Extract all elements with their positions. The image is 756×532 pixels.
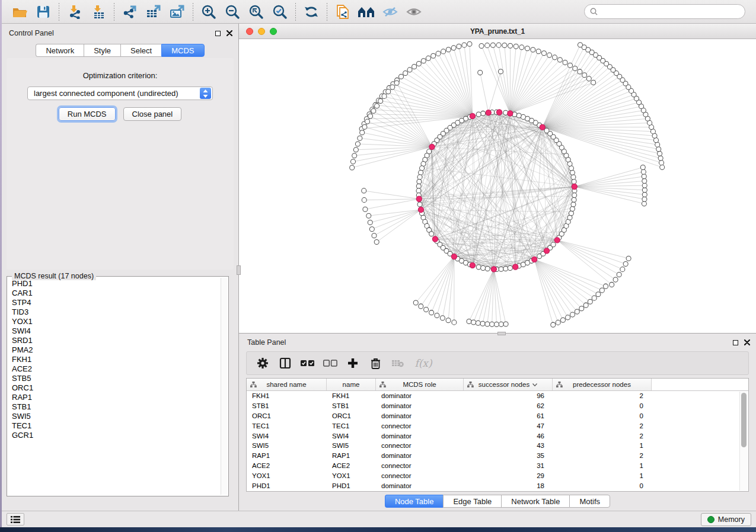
tab-network[interactable]: Network xyxy=(36,44,84,57)
cell-MCDS-role[interactable]: connector xyxy=(376,442,464,449)
open-file-button[interactable] xyxy=(8,2,31,22)
cell-shared-name[interactable]: SWI4 xyxy=(247,432,327,440)
cell-successor-nodes[interactable]: 31 xyxy=(464,462,553,469)
tab-mcds[interactable]: MCDS xyxy=(161,44,204,57)
cell-MCDS-role[interactable]: dominator xyxy=(376,452,464,459)
export-image-button[interactable] xyxy=(165,2,189,22)
network-graph[interactable] xyxy=(239,39,756,336)
search-box[interactable] xyxy=(584,4,745,19)
select-all-columns-button[interactable] xyxy=(298,354,318,373)
deselect-all-columns-button[interactable] xyxy=(320,354,340,373)
cell-predecessor-nodes[interactable]: 0 xyxy=(553,412,652,419)
cell-shared-name[interactable]: STB1 xyxy=(247,402,327,409)
cell-predecessor-nodes[interactable]: 2 xyxy=(553,392,652,399)
search-input[interactable] xyxy=(601,8,739,16)
cell-successor-nodes[interactable]: 35 xyxy=(464,452,553,459)
window-minimize-light[interactable] xyxy=(258,28,265,35)
mcds-result-item[interactable]: CAR1 xyxy=(9,289,220,298)
cell-predecessor-nodes[interactable]: 2 xyxy=(553,422,652,430)
float-table-panel-icon[interactable] xyxy=(733,340,738,345)
column-header-shared-name[interactable]: shared name xyxy=(247,379,327,390)
mcds-result-item[interactable]: RAP1 xyxy=(9,393,220,402)
column-header-successor-nodes[interactable]: successor nodes xyxy=(464,379,553,390)
add-row-button[interactable] xyxy=(343,354,363,373)
table-scrollbar-thumb[interactable] xyxy=(741,393,747,447)
table-row[interactable]: SWI4SWI4dominator462 xyxy=(247,431,748,441)
show-column-panel-button[interactable] xyxy=(275,354,295,373)
bottom-tab-node-table[interactable]: Node Table xyxy=(385,495,444,508)
cell-name[interactable]: PHD1 xyxy=(327,482,376,489)
mcds-result-item[interactable]: PHD1 xyxy=(9,279,220,289)
cell-shared-name[interactable]: TEC1 xyxy=(247,422,327,430)
zoom-in-button[interactable] xyxy=(197,2,221,22)
cell-name[interactable]: STB1 xyxy=(327,402,376,409)
cell-name[interactable]: ORC1 xyxy=(327,412,376,419)
cell-successor-nodes[interactable]: 96 xyxy=(464,392,553,399)
mcds-result-item[interactable]: FKH1 xyxy=(9,355,220,364)
mcds-result-item[interactable]: ACE2 xyxy=(9,364,220,374)
table-row[interactable]: PHD1PHD1dominator180 xyxy=(247,480,748,491)
cell-MCDS-role[interactable]: connector xyxy=(376,422,464,430)
export-network-button[interactable] xyxy=(118,2,142,22)
mcds-result-item[interactable]: STB5 xyxy=(9,374,220,383)
table-row[interactable]: ACE2ACE2connector311 xyxy=(247,461,748,471)
cell-predecessor-nodes[interactable]: 1 xyxy=(553,442,652,449)
close-table-panel-icon[interactable] xyxy=(744,339,750,345)
cell-shared-name[interactable]: ORC1 xyxy=(247,412,327,419)
memory-button[interactable]: Memory xyxy=(701,513,751,526)
cell-predecessor-nodes[interactable]: 2 xyxy=(553,452,652,459)
close-panel-icon[interactable] xyxy=(227,30,232,36)
cell-shared-name[interactable]: FKH1 xyxy=(247,392,327,399)
table-row[interactable]: YOX1YOX1connector291 xyxy=(247,470,748,480)
function-builder-button[interactable]: f(x) xyxy=(410,354,436,373)
column-header-MCDS-role[interactable]: MCDS role xyxy=(376,379,464,390)
import-table-button[interactable] xyxy=(87,2,110,22)
import-network-button[interactable] xyxy=(63,2,87,22)
mcds-result-item[interactable]: STP4 xyxy=(9,298,220,307)
cell-MCDS-role[interactable]: dominator xyxy=(376,402,464,409)
cell-shared-name[interactable]: YOX1 xyxy=(247,472,327,479)
mcds-result-item[interactable]: STB1 xyxy=(9,402,220,412)
cell-MCDS-role[interactable]: dominator xyxy=(376,482,464,489)
network-view-titlebar[interactable]: YPA_prune.txt_1 xyxy=(239,24,756,39)
first-neighbors-button[interactable] xyxy=(355,2,378,22)
mcds-result-item[interactable]: TID3 xyxy=(9,307,220,317)
table-row[interactable]: RAP1RAP1dominator352 xyxy=(247,451,748,461)
close-panel-button[interactable]: Close panel xyxy=(123,107,182,121)
cell-name[interactable]: YOX1 xyxy=(327,472,376,479)
cell-successor-nodes[interactable]: 47 xyxy=(464,422,553,430)
criterion-dropdown[interactable]: largest connected component (undirected) xyxy=(27,86,213,100)
table-row[interactable]: FKH1FKH1dominator962 xyxy=(247,391,748,401)
mcds-result-item[interactable]: SWI5 xyxy=(9,412,220,421)
run-mcds-button[interactable]: Run MCDS xyxy=(59,107,116,121)
mcds-result-item[interactable]: GCR1 xyxy=(9,431,220,440)
window-zoom-light[interactable] xyxy=(270,28,277,35)
mcds-result-item[interactable]: TEC1 xyxy=(9,421,220,431)
delete-row-button[interactable] xyxy=(365,354,385,373)
cell-predecessor-nodes[interactable]: 2 xyxy=(553,432,652,440)
table-scrollbar[interactable] xyxy=(739,392,748,491)
save-session-button[interactable] xyxy=(31,2,55,22)
cell-successor-nodes[interactable]: 46 xyxy=(464,432,553,440)
cell-MCDS-role[interactable]: dominator xyxy=(376,432,464,440)
cell-MCDS-role[interactable]: dominator xyxy=(376,392,464,399)
horizontal-splitter-grip[interactable] xyxy=(497,332,506,335)
cell-name[interactable]: ACE2 xyxy=(327,462,376,469)
task-history-button[interactable] xyxy=(7,513,24,525)
table-row[interactable]: TEC1TEC1connector472 xyxy=(247,421,748,431)
hide-selected-button[interactable] xyxy=(378,2,402,22)
float-panel-icon[interactable] xyxy=(215,31,221,36)
cell-shared-name[interactable]: PHD1 xyxy=(247,482,327,489)
cell-MCDS-role[interactable]: connector xyxy=(376,462,464,469)
mcds-result-list[interactable]: PHD1CAR1STP4TID3YOX1SWI4SRD1PMA2FKH1ACE2… xyxy=(9,279,220,495)
table-row[interactable]: SWI5SWI5connector431 xyxy=(247,441,748,451)
zoom-fit-button[interactable] xyxy=(244,2,268,22)
table-row[interactable]: STB1STB1dominator620 xyxy=(247,401,748,411)
cell-name[interactable]: SWI4 xyxy=(327,432,376,440)
duplicate-network-button[interactable] xyxy=(331,2,355,22)
tab-select[interactable]: Select xyxy=(120,44,161,57)
column-header-predecessor-nodes[interactable]: predecessor nodes xyxy=(553,379,652,390)
vertical-splitter-grip[interactable] xyxy=(237,265,241,275)
cell-predecessor-nodes[interactable]: 0 xyxy=(553,402,652,409)
show-all-button[interactable] xyxy=(402,2,426,22)
